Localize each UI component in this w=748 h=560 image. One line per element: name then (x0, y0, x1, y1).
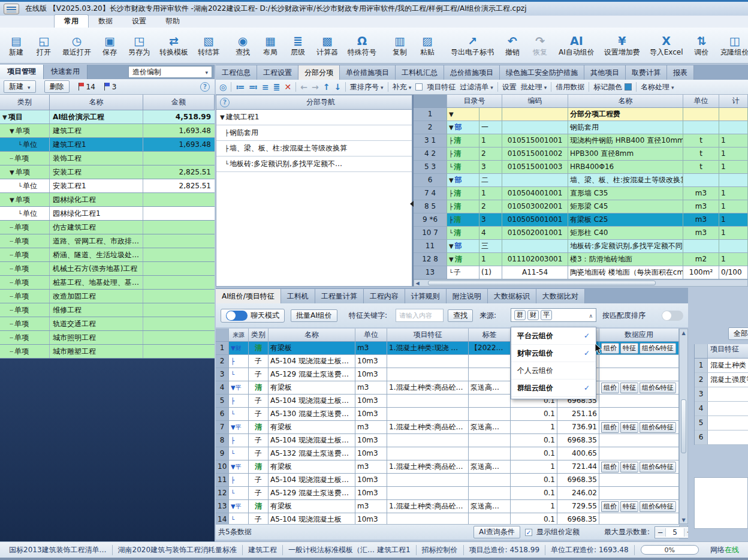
boq-row[interactable]: 8 5 ├清 2 010503002001 矩形梁 C45 m3 1 (414, 200, 748, 213)
worksheet-tab[interactable]: 报表 (667, 65, 694, 80)
pricing-row[interactable]: 2 ├ 子 A5-104 现浇混凝土板… 10m3 组价 特征 组价&特征 (216, 355, 679, 368)
worksheet-tab[interactable]: 总价措施项目 (444, 65, 500, 80)
tree-expander-icon[interactable]: ┄ (10, 238, 13, 245)
scroll-down-icon[interactable]: ▼ (680, 517, 687, 523)
hide-rows-icon[interactable]: ◎ (219, 82, 227, 92)
source-tag[interactable]: 平 (541, 310, 552, 320)
horizontal-scrollbar[interactable]: ◀ (414, 279, 748, 287)
source-dropdown-option[interactable]: 平台云组价 (511, 327, 596, 345)
toolbar-button[interactable]: ▧ 转结算 (193, 32, 224, 58)
apply-price-button[interactable]: 组价 (601, 462, 619, 472)
boq-row[interactable]: 13 └子 (1) A11-54 陶瓷地面砖 楼地面（每块面积在cm2以内） 6… (414, 266, 748, 279)
red-flag-counter[interactable]: 14 (78, 83, 95, 91)
toolbar-button[interactable]: Ω 特殊符号 (343, 32, 381, 58)
feature-row[interactable]: 2 混凝土强度等… (695, 373, 748, 387)
find-button[interactable]: 查找 (448, 309, 473, 322)
apply-feature-button[interactable]: 特征 (620, 343, 638, 354)
project-tree-row[interactable]: ┄单项 城市雕塑工程 (0, 345, 215, 359)
worksheet-tab[interactable]: 分部分项 (298, 65, 340, 80)
tree-expander-icon[interactable]: ▼ (449, 177, 454, 183)
pricing-row[interactable]: 4 ▼平 清 有梁板 m3 1.混凝土种类:商品砼… 泵送高… 组价 特征 组价… (216, 381, 679, 395)
detail-tab[interactable]: 附注说明 (447, 289, 488, 303)
boq-row[interactable]: 2 ▼部 一 钢筋套用 (414, 121, 748, 134)
scrollbar-thumb[interactable] (428, 281, 656, 285)
vertical-scrollbar[interactable]: ▲ ▼ (679, 329, 688, 524)
pricing-row[interactable]: 7 ▼平 清 有梁板 m3 1.混凝土种类:商品砼… 泵送高… 1 736.91… (216, 421, 679, 434)
tree-expander-icon[interactable]: ┄ (10, 252, 13, 258)
toolbar-button[interactable]: ▣ 保存 (96, 32, 123, 58)
boq-row[interactable]: 3 1 ├清 1 010515001001 现浇构件钢筋 HRB400 直径10… (414, 134, 748, 147)
toolbar-button[interactable]: ◫ 克隆组价 (716, 32, 748, 58)
project-tree-row[interactable]: ▼单项 安装工程 2,825.51 (0, 165, 215, 179)
toolbar-button[interactable]: ¥ 设置增加费 (599, 32, 645, 58)
detail-tab[interactable]: 工程量计算 (315, 289, 364, 303)
batch-button[interactable]: 批处理 (521, 82, 547, 92)
pricing-row[interactable]: 6 └ 子 A5-130 混凝土泵送费… 10m3 0.1 251.16 组价 … (216, 408, 679, 421)
toolbar-button[interactable]: ◱ 打开 (30, 32, 58, 58)
source-multiselect[interactable]: 群财平 (511, 308, 596, 322)
boq-row[interactable]: 1 ▼ 分部分项工程费 (414, 108, 748, 121)
feature-row[interactable]: 5 (695, 416, 748, 430)
tree-expander-icon[interactable]: ┄ (10, 155, 13, 162)
apply-feature-button[interactable]: 特征 (620, 501, 638, 512)
toolbar-button[interactable]: AI AI自动组价 (554, 32, 599, 58)
tree-expander-icon[interactable]: └ (18, 141, 22, 148)
pricing-row[interactable]: 14 └ 子 A5-104 现浇混凝土板 10m3 0.1 6968.35 组价… (216, 513, 679, 524)
resort-button[interactable]: 重排序号 (350, 82, 384, 92)
toolbar-button[interactable]: ↷ 恢复 (526, 32, 554, 58)
project-tree-row[interactable]: ┄单项 仿古建筑工程 (0, 221, 215, 234)
tree-expander-icon[interactable]: ┄ (10, 307, 13, 314)
tree-expander-icon[interactable]: ┄ (10, 321, 13, 327)
new-project-button[interactable]: 新建 (4, 80, 36, 93)
stepper-minus-icon[interactable]: − (655, 528, 666, 537)
nav-item[interactable]: ├墙、梁、板、柱:按混凝土等级改换算 (216, 141, 412, 156)
tree-expander-icon[interactable]: ▼ (449, 256, 454, 263)
filter-list-button[interactable]: 过滤清单 (460, 82, 493, 92)
ai-query-button[interactable]: AI查询条件 (473, 526, 520, 538)
tree-expander-icon[interactable]: ┄ (10, 224, 13, 231)
indent-icon[interactable]: ≕ (249, 82, 258, 92)
worksheet-tab[interactable]: 取费计算 (626, 65, 667, 80)
project-tree-row[interactable]: ▼单项 建筑工程 1,693.48 (0, 124, 215, 138)
toolbar-button[interactable]: X 导入Excel (645, 32, 688, 58)
boq-row[interactable]: 6 ▼部 二 墙、梁、板、柱:按混凝土等级改换算 (414, 174, 748, 187)
detail-tab[interactable]: 计算规则 (405, 289, 447, 303)
tree-expander-icon[interactable]: ▼ (10, 169, 14, 176)
delete-project-button[interactable]: 删除 (44, 80, 70, 93)
pricing-row[interactable]: 5 ├ 子 A5-104 现浇混凝土板… 10m3 0.1 6968.35 组价… (216, 395, 679, 408)
scrollbar-thumb[interactable] (681, 399, 686, 453)
move-right-icon[interactable]: → (312, 82, 319, 92)
project-tree-row[interactable]: ┄单项 城市照明工程 (0, 331, 215, 345)
toolbar-button[interactable]: ⇅ 调价 (688, 32, 716, 58)
tree-expander-icon[interactable]: └ (449, 230, 453, 236)
apply-price-feature-button[interactable]: 组价&特征 (640, 343, 676, 354)
toolbar-button[interactable]: ▤ 新建 (2, 32, 30, 58)
tree-expander-icon[interactable]: ▼ (220, 114, 225, 121)
keyword-input[interactable] (396, 309, 444, 322)
boq-row[interactable]: 12 8 ▼清 1 011102003001 楼3：防滑地砖地面 m2 1 (414, 253, 748, 266)
worksheet-tab[interactable]: 绿色施工安全防护措施 (500, 65, 584, 80)
name-process-button[interactable]: 名称处理 (641, 82, 674, 92)
apply-price-feature-button[interactable]: 组价&特征 (640, 501, 676, 512)
toolbar-button[interactable]: ▩ 计算器 (312, 32, 343, 58)
pricing-row[interactable]: 10 ▼平 清 有梁板 m3 1.混凝土种类:商品砼… 泵送高… 1 721.4… (216, 460, 679, 474)
move-left-icon[interactable]: ← (300, 82, 307, 92)
feature-row[interactable]: 3 (695, 387, 748, 402)
toolbar-button[interactable]: ≣ 层级 (284, 32, 312, 58)
project-tree-row[interactable]: ┄单项 装饰工程 (0, 152, 215, 165)
pricing-row[interactable]: 13 ▼平 清 有梁板 m3 1.混凝土种类:商品砼… 泵送高… 1 729.5… (216, 500, 679, 513)
project-tree-row[interactable]: ┄单项 桥涵、隧道、生活垃圾处… (0, 248, 215, 262)
toolbar-button[interactable]: ↗ 导出电子标书 (446, 32, 499, 58)
project-tree-row[interactable]: ┄单项 道路、管网工程、市政排… (0, 234, 215, 248)
apply-price-feature-button[interactable]: 组价&特征 (640, 422, 676, 433)
tree-expander-icon[interactable]: ▼ (449, 124, 454, 131)
toolbar-button[interactable]: ▨ 粘贴 (414, 32, 441, 58)
pricing-row[interactable]: 3 └ 子 A5-129 混凝土泵送费… 10m3 组价 特征 组价&特征 (216, 368, 679, 381)
toolbar-button[interactable]: ⇄ 转换模板 (155, 32, 193, 58)
delete-row-icon[interactable]: ✕ (284, 82, 291, 92)
pricing-row[interactable]: 1 ▼财 清 有梁板 m3 1.混凝土种类:现浇 … 【2022… 组价 特征 … (216, 342, 679, 355)
project-tree-row[interactable]: └单位 园林绿化工程1 (0, 207, 215, 221)
project-tree-row[interactable]: ┄单项 机械土石方(强夯地基)工程 (0, 262, 215, 276)
menu-item[interactable]: 常用 (54, 14, 89, 28)
tree-expander-icon[interactable]: └ (18, 210, 22, 217)
